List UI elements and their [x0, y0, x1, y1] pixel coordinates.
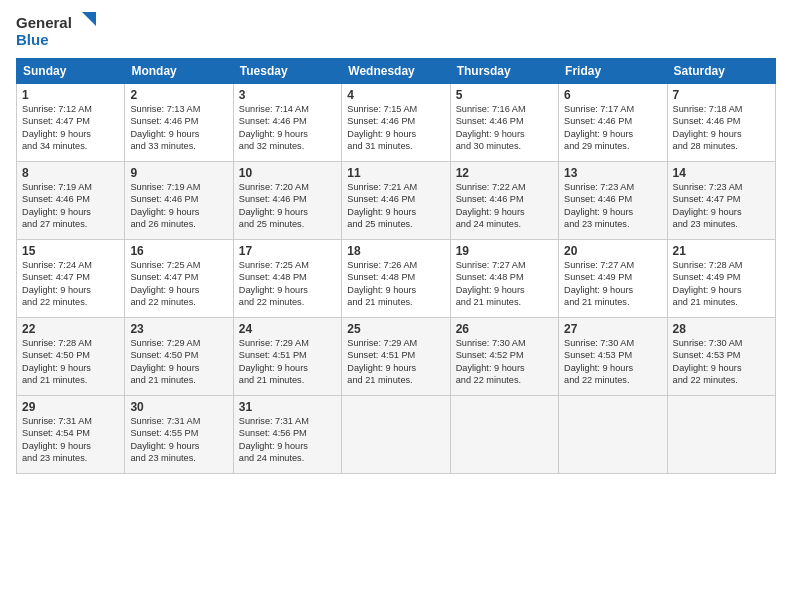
calendar-day-header: Friday	[559, 59, 667, 84]
calendar-day-cell: 14Sunrise: 7:23 AMSunset: 4:47 PMDayligh…	[667, 162, 775, 240]
day-info: Sunrise: 7:23 AMSunset: 4:46 PMDaylight:…	[564, 181, 661, 231]
calendar-day-cell: 25Sunrise: 7:29 AMSunset: 4:51 PMDayligh…	[342, 318, 450, 396]
day-number: 1	[22, 88, 119, 102]
day-info: Sunrise: 7:29 AMSunset: 4:51 PMDaylight:…	[347, 337, 444, 387]
calendar-day-cell: 28Sunrise: 7:30 AMSunset: 4:53 PMDayligh…	[667, 318, 775, 396]
svg-text:General: General	[16, 14, 72, 31]
day-number: 19	[456, 244, 553, 258]
day-info: Sunrise: 7:30 AMSunset: 4:53 PMDaylight:…	[673, 337, 770, 387]
calendar-day-cell: 17Sunrise: 7:25 AMSunset: 4:48 PMDayligh…	[233, 240, 341, 318]
svg-text:Blue: Blue	[16, 31, 49, 48]
day-info: Sunrise: 7:14 AMSunset: 4:46 PMDaylight:…	[239, 103, 336, 153]
calendar-day-cell	[450, 396, 558, 474]
calendar-day-header: Tuesday	[233, 59, 341, 84]
day-info: Sunrise: 7:31 AMSunset: 4:56 PMDaylight:…	[239, 415, 336, 465]
day-info: Sunrise: 7:30 AMSunset: 4:53 PMDaylight:…	[564, 337, 661, 387]
day-info: Sunrise: 7:18 AMSunset: 4:46 PMDaylight:…	[673, 103, 770, 153]
day-number: 29	[22, 400, 119, 414]
day-info: Sunrise: 7:15 AMSunset: 4:46 PMDaylight:…	[347, 103, 444, 153]
calendar-day-cell: 7Sunrise: 7:18 AMSunset: 4:46 PMDaylight…	[667, 84, 775, 162]
header: General Blue	[16, 12, 776, 50]
calendar-day-cell: 29Sunrise: 7:31 AMSunset: 4:54 PMDayligh…	[17, 396, 125, 474]
day-number: 13	[564, 166, 661, 180]
calendar-day-header: Saturday	[667, 59, 775, 84]
calendar-table: SundayMondayTuesdayWednesdayThursdayFrid…	[16, 58, 776, 474]
day-info: Sunrise: 7:28 AMSunset: 4:50 PMDaylight:…	[22, 337, 119, 387]
calendar-day-cell: 16Sunrise: 7:25 AMSunset: 4:47 PMDayligh…	[125, 240, 233, 318]
calendar-day-cell: 6Sunrise: 7:17 AMSunset: 4:46 PMDaylight…	[559, 84, 667, 162]
calendar-day-cell: 1Sunrise: 7:12 AMSunset: 4:47 PMDaylight…	[17, 84, 125, 162]
calendar-day-header: Thursday	[450, 59, 558, 84]
day-number: 15	[22, 244, 119, 258]
calendar-day-cell: 3Sunrise: 7:14 AMSunset: 4:46 PMDaylight…	[233, 84, 341, 162]
calendar-week-row: 15Sunrise: 7:24 AMSunset: 4:47 PMDayligh…	[17, 240, 776, 318]
calendar-day-cell: 21Sunrise: 7:28 AMSunset: 4:49 PMDayligh…	[667, 240, 775, 318]
day-info: Sunrise: 7:21 AMSunset: 4:46 PMDaylight:…	[347, 181, 444, 231]
calendar-day-cell: 24Sunrise: 7:29 AMSunset: 4:51 PMDayligh…	[233, 318, 341, 396]
day-number: 10	[239, 166, 336, 180]
calendar-day-cell: 8Sunrise: 7:19 AMSunset: 4:46 PMDaylight…	[17, 162, 125, 240]
day-number: 16	[130, 244, 227, 258]
day-info: Sunrise: 7:17 AMSunset: 4:46 PMDaylight:…	[564, 103, 661, 153]
day-info: Sunrise: 7:22 AMSunset: 4:46 PMDaylight:…	[456, 181, 553, 231]
calendar-day-cell: 20Sunrise: 7:27 AMSunset: 4:49 PMDayligh…	[559, 240, 667, 318]
calendar-day-cell: 19Sunrise: 7:27 AMSunset: 4:48 PMDayligh…	[450, 240, 558, 318]
calendar-day-cell: 27Sunrise: 7:30 AMSunset: 4:53 PMDayligh…	[559, 318, 667, 396]
calendar-header-row: SundayMondayTuesdayWednesdayThursdayFrid…	[17, 59, 776, 84]
day-number: 3	[239, 88, 336, 102]
svg-marker-2	[82, 12, 96, 26]
day-info: Sunrise: 7:25 AMSunset: 4:48 PMDaylight:…	[239, 259, 336, 309]
day-info: Sunrise: 7:31 AMSunset: 4:55 PMDaylight:…	[130, 415, 227, 465]
day-info: Sunrise: 7:16 AMSunset: 4:46 PMDaylight:…	[456, 103, 553, 153]
calendar-day-cell: 9Sunrise: 7:19 AMSunset: 4:46 PMDaylight…	[125, 162, 233, 240]
calendar-day-cell	[559, 396, 667, 474]
day-info: Sunrise: 7:27 AMSunset: 4:49 PMDaylight:…	[564, 259, 661, 309]
day-info: Sunrise: 7:29 AMSunset: 4:51 PMDaylight:…	[239, 337, 336, 387]
calendar-week-row: 29Sunrise: 7:31 AMSunset: 4:54 PMDayligh…	[17, 396, 776, 474]
calendar-day-cell: 22Sunrise: 7:28 AMSunset: 4:50 PMDayligh…	[17, 318, 125, 396]
day-number: 27	[564, 322, 661, 336]
logo: General Blue	[16, 12, 96, 50]
calendar-week-row: 8Sunrise: 7:19 AMSunset: 4:46 PMDaylight…	[17, 162, 776, 240]
day-number: 20	[564, 244, 661, 258]
day-number: 24	[239, 322, 336, 336]
calendar-body: 1Sunrise: 7:12 AMSunset: 4:47 PMDaylight…	[17, 84, 776, 474]
day-number: 23	[130, 322, 227, 336]
day-number: 11	[347, 166, 444, 180]
calendar-day-cell: 30Sunrise: 7:31 AMSunset: 4:55 PMDayligh…	[125, 396, 233, 474]
calendar-day-cell: 26Sunrise: 7:30 AMSunset: 4:52 PMDayligh…	[450, 318, 558, 396]
calendar-day-cell: 10Sunrise: 7:20 AMSunset: 4:46 PMDayligh…	[233, 162, 341, 240]
day-number: 9	[130, 166, 227, 180]
calendar-day-cell	[667, 396, 775, 474]
calendar-day-cell: 4Sunrise: 7:15 AMSunset: 4:46 PMDaylight…	[342, 84, 450, 162]
day-number: 14	[673, 166, 770, 180]
day-number: 25	[347, 322, 444, 336]
calendar-day-cell: 31Sunrise: 7:31 AMSunset: 4:56 PMDayligh…	[233, 396, 341, 474]
day-info: Sunrise: 7:24 AMSunset: 4:47 PMDaylight:…	[22, 259, 119, 309]
calendar-day-header: Sunday	[17, 59, 125, 84]
day-info: Sunrise: 7:13 AMSunset: 4:46 PMDaylight:…	[130, 103, 227, 153]
calendar-week-row: 1Sunrise: 7:12 AMSunset: 4:47 PMDaylight…	[17, 84, 776, 162]
calendar-day-cell: 11Sunrise: 7:21 AMSunset: 4:46 PMDayligh…	[342, 162, 450, 240]
page-container: General Blue SundayMondayTuesdayWednesda…	[0, 0, 792, 484]
calendar-day-cell: 2Sunrise: 7:13 AMSunset: 4:46 PMDaylight…	[125, 84, 233, 162]
calendar-day-cell: 15Sunrise: 7:24 AMSunset: 4:47 PMDayligh…	[17, 240, 125, 318]
day-info: Sunrise: 7:27 AMSunset: 4:48 PMDaylight:…	[456, 259, 553, 309]
logo-svg: General Blue	[16, 12, 96, 50]
day-number: 18	[347, 244, 444, 258]
day-number: 8	[22, 166, 119, 180]
day-number: 30	[130, 400, 227, 414]
day-info: Sunrise: 7:25 AMSunset: 4:47 PMDaylight:…	[130, 259, 227, 309]
day-info: Sunrise: 7:20 AMSunset: 4:46 PMDaylight:…	[239, 181, 336, 231]
calendar-day-cell	[342, 396, 450, 474]
calendar-day-cell: 5Sunrise: 7:16 AMSunset: 4:46 PMDaylight…	[450, 84, 558, 162]
calendar-day-cell: 23Sunrise: 7:29 AMSunset: 4:50 PMDayligh…	[125, 318, 233, 396]
calendar-day-cell: 18Sunrise: 7:26 AMSunset: 4:48 PMDayligh…	[342, 240, 450, 318]
day-number: 12	[456, 166, 553, 180]
day-info: Sunrise: 7:28 AMSunset: 4:49 PMDaylight:…	[673, 259, 770, 309]
day-number: 4	[347, 88, 444, 102]
day-info: Sunrise: 7:30 AMSunset: 4:52 PMDaylight:…	[456, 337, 553, 387]
calendar-day-cell: 13Sunrise: 7:23 AMSunset: 4:46 PMDayligh…	[559, 162, 667, 240]
calendar-day-header: Monday	[125, 59, 233, 84]
calendar-day-cell: 12Sunrise: 7:22 AMSunset: 4:46 PMDayligh…	[450, 162, 558, 240]
